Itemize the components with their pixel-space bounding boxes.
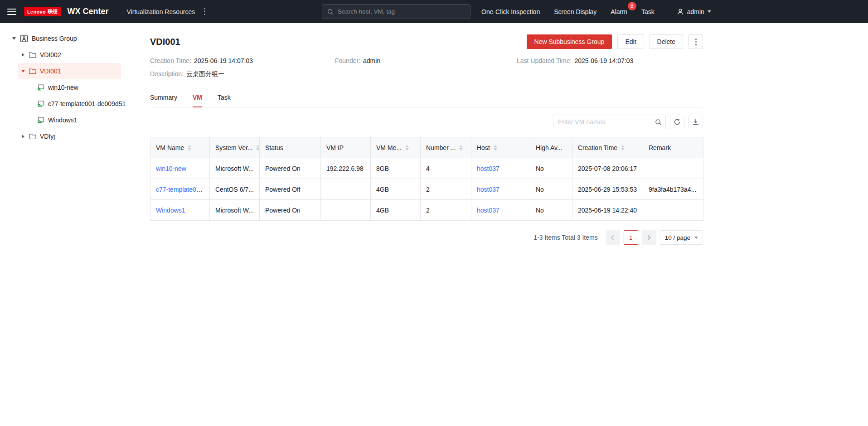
description-label: Description: bbox=[150, 70, 184, 78]
global-search[interactable] bbox=[322, 4, 470, 19]
cell-vm-ip bbox=[321, 179, 371, 200]
caret-expanded-icon[interactable] bbox=[21, 70, 25, 73]
nav-virtualization-resources[interactable]: Virtualization Resources bbox=[127, 8, 195, 15]
folder-icon bbox=[29, 133, 36, 140]
sort-icon[interactable] bbox=[494, 145, 497, 150]
cell-vm-memory: 4GB bbox=[371, 179, 421, 200]
cell-remark bbox=[643, 158, 703, 179]
column-host[interactable]: Host bbox=[471, 137, 530, 158]
table-row: Windows1 Microsoft W... Powered On 4GB 2… bbox=[150, 200, 703, 221]
column-label: VM Me... bbox=[376, 144, 402, 151]
column-status: Status bbox=[260, 137, 321, 158]
sort-icon[interactable] bbox=[256, 145, 259, 150]
tree-node-business-group[interactable]: Business Group bbox=[0, 30, 139, 47]
cell-status: Powered On bbox=[260, 158, 321, 179]
cell-system-version: Microsoft W... bbox=[210, 200, 260, 221]
tree-node-vdiyj[interactable]: VDIyj bbox=[0, 128, 139, 145]
cell-creation-time: 2025-06-19 14:22:40 bbox=[572, 200, 643, 221]
page-size-select[interactable]: 10 / page bbox=[660, 230, 703, 245]
nav-more-icon[interactable] bbox=[202, 6, 207, 17]
main-content: VDI001 New Subbusiness Group Edit Delete… bbox=[139, 23, 868, 426]
column-vm-memory[interactable]: VM Me... bbox=[371, 137, 421, 158]
page-number-button[interactable]: 1 bbox=[624, 230, 638, 245]
cell-vm-memory: 4GB bbox=[371, 200, 421, 221]
tree-node-vdi002[interactable]: VDI002 bbox=[0, 47, 139, 63]
page-size-value: 10 / page bbox=[665, 234, 690, 241]
user-menu[interactable]: admin bbox=[677, 8, 711, 15]
tree-node-label: VDI002 bbox=[40, 51, 61, 58]
cell-system-version: Microsoft W... bbox=[210, 158, 260, 179]
edit-button[interactable]: Edit bbox=[617, 34, 644, 49]
vm-search-button[interactable] bbox=[651, 115, 666, 129]
delete-button[interactable]: Delete bbox=[650, 34, 683, 49]
caret-expanded-icon[interactable] bbox=[12, 37, 16, 40]
vm-search-input[interactable] bbox=[553, 115, 651, 129]
screen-display-link[interactable]: Screen Display bbox=[554, 8, 596, 15]
sort-icon[interactable] bbox=[621, 145, 625, 150]
download-icon bbox=[692, 118, 699, 126]
tab-summary[interactable]: Summary bbox=[150, 94, 177, 107]
column-label: Status bbox=[265, 144, 283, 151]
description-value: 云桌面分组一 bbox=[186, 70, 224, 78]
last-updated-value: 2025-06-19 14:07:03 bbox=[574, 57, 633, 64]
meta-row: Creation Time: 2025-06-19 14:07:03 Found… bbox=[150, 57, 703, 64]
tree-node-vdi001-selected[interactable]: VDI001 bbox=[18, 63, 121, 79]
chevron-right-icon bbox=[646, 235, 651, 240]
column-number[interactable]: Number ... bbox=[421, 137, 471, 158]
more-actions-button[interactable] bbox=[689, 34, 703, 49]
cell-vm-ip bbox=[321, 200, 371, 221]
chevron-left-icon bbox=[611, 235, 616, 240]
cell-vm-name: Windows1 bbox=[150, 200, 210, 221]
host-link[interactable]: host037 bbox=[477, 165, 499, 172]
hamburger-menu-icon[interactable] bbox=[7, 9, 16, 15]
cell-vm-memory: 8GB bbox=[371, 158, 421, 179]
host-link[interactable]: host037 bbox=[477, 207, 499, 214]
last-updated-field: Last Updated Time: 2025-06-19 14:07:03 bbox=[517, 57, 633, 64]
global-search-input[interactable] bbox=[338, 8, 465, 15]
business-group-sidebar: Business Group VDI002 VDI001 bbox=[0, 23, 139, 426]
table-row: win10-new Microsoft W... Powered On 192.… bbox=[150, 158, 703, 179]
page-title: VDI001 bbox=[150, 37, 180, 47]
last-updated-label: Last Updated Time: bbox=[517, 57, 572, 64]
one-click-inspection-link[interactable]: One-Click Inspection bbox=[481, 8, 540, 15]
tab-task[interactable]: Task bbox=[218, 94, 231, 107]
column-vm-name[interactable]: VM Name bbox=[150, 137, 210, 158]
tree-node-vm-windows1[interactable]: Windows1 bbox=[0, 112, 139, 128]
detail-tabs: Summary VM Task bbox=[150, 94, 703, 107]
creation-time-value: 2025-06-19 14:07:03 bbox=[194, 57, 253, 64]
prev-page-button[interactable] bbox=[606, 230, 620, 245]
sort-icon[interactable] bbox=[459, 145, 463, 150]
next-page-button[interactable] bbox=[642, 230, 656, 245]
refresh-icon bbox=[674, 118, 681, 126]
tree-node-vm-c77-template[interactable]: c77-template001-de009d51 bbox=[0, 96, 139, 112]
pagination: 1-3 Items Total 3 Items 1 10 / page bbox=[150, 230, 703, 245]
caret-collapsed-icon[interactable] bbox=[21, 135, 25, 138]
sort-icon[interactable] bbox=[188, 145, 191, 150]
vm-name-link[interactable]: c77-template00... bbox=[156, 186, 205, 193]
vm-search-group bbox=[553, 115, 666, 129]
vm-name-link[interactable]: Windows1 bbox=[156, 207, 185, 214]
tree-node-label: VDI001 bbox=[40, 68, 61, 75]
tree-node-vm-win10-new[interactable]: win10-new bbox=[0, 79, 139, 96]
founder-field: Founder: admin bbox=[335, 57, 517, 64]
caret-collapsed-icon[interactable] bbox=[21, 53, 25, 57]
cell-remark: 9fa3fa4b173a4... bbox=[643, 179, 703, 200]
table-header-row: VM Name System Ver... Status VM IP VM Me… bbox=[150, 137, 703, 158]
lenovo-logo-text: Lenovo bbox=[27, 9, 46, 15]
column-creation-time[interactable]: Creation Time bbox=[572, 137, 643, 158]
founder-label: Founder: bbox=[335, 57, 360, 64]
alarm-count-badge: 8 bbox=[628, 2, 636, 10]
tab-vm[interactable]: VM bbox=[193, 94, 202, 107]
new-subbusiness-group-button[interactable]: New Subbusiness Group bbox=[527, 34, 612, 49]
column-system-version[interactable]: System Ver... bbox=[210, 137, 260, 158]
vm-name-link[interactable]: win10-new bbox=[156, 165, 186, 172]
sort-icon[interactable] bbox=[405, 145, 409, 150]
download-button[interactable] bbox=[689, 115, 703, 129]
host-link[interactable]: host037 bbox=[477, 186, 499, 193]
table-toolbar bbox=[150, 115, 703, 129]
refresh-button[interactable] bbox=[670, 115, 684, 129]
column-high-availability: High Av... bbox=[530, 137, 572, 158]
alarm-link[interactable]: Alarm 8 bbox=[611, 8, 627, 15]
cell-host: host037 bbox=[471, 200, 530, 221]
task-link[interactable]: Task bbox=[641, 8, 655, 15]
